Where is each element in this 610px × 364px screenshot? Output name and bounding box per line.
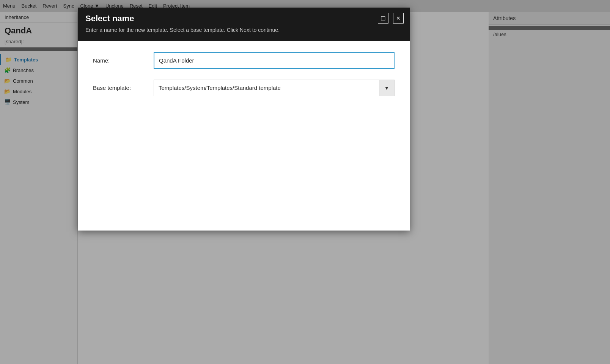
modal-title: Select name: [85, 14, 402, 24]
modal-body: Name: Base template: Templates/System/Te…: [78, 41, 410, 231]
modal-header: Select name Enter a name for the new tem…: [78, 8, 410, 41]
name-form-row: Name:: [93, 52, 395, 69]
modal-header-controls: □ ×: [378, 13, 404, 24]
base-template-label: Base template:: [93, 85, 154, 91]
base-template-select[interactable]: Templates/System/Templates/Standard temp…: [154, 80, 395, 96]
base-template-form-row: Base template: Templates/System/Template…: [93, 80, 395, 96]
modal-dialog: Select name Enter a name for the new tem…: [78, 8, 410, 231]
base-template-dropdown-arrow[interactable]: ▼: [379, 80, 394, 96]
name-input[interactable]: [154, 52, 395, 69]
modal-maximize-button[interactable]: □: [378, 13, 388, 24]
modal-close-button[interactable]: ×: [393, 13, 404, 24]
modal-subtitle: Enter a name for the new template. Selec…: [85, 27, 402, 34]
chevron-down-icon: ▼: [384, 85, 390, 91]
name-label: Name:: [93, 57, 154, 64]
base-template-value: Templates/System/Templates/Standard temp…: [154, 80, 379, 96]
